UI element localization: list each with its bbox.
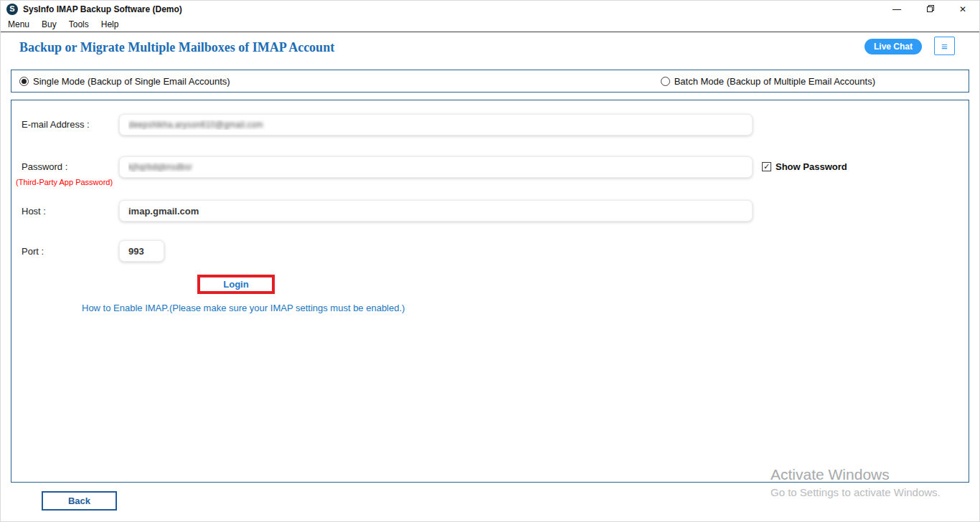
- restore-icon: [927, 6, 933, 12]
- menu-item-help[interactable]: Help: [101, 18, 119, 31]
- batch-mode-label: Batch Mode (Backup of Multiple Email Acc…: [674, 76, 875, 87]
- login-button[interactable]: Login: [197, 275, 275, 294]
- app-logo-icon: S: [6, 4, 18, 15]
- app-window: S SysInfo IMAP Backup Software (Demo) ― …: [0, 0, 980, 522]
- mode-selector: Single Mode (Backup of Single Email Acco…: [11, 70, 969, 92]
- single-mode-label: Single Mode (Backup of Single Email Acco…: [33, 76, 230, 87]
- password-label: Password :: [22, 161, 67, 172]
- menu-item-buy[interactable]: Buy: [42, 18, 57, 31]
- password-note: (Third-Party App Password): [16, 178, 113, 186]
- restore-button[interactable]: [913, 1, 946, 17]
- window-controls: ― ✕: [880, 1, 979, 17]
- back-button[interactable]: Back: [42, 491, 117, 511]
- close-button[interactable]: ✕: [946, 1, 979, 17]
- title-bar: S SysInfo IMAP Backup Software (Demo) ― …: [1, 1, 979, 17]
- page-title: Backup or Migrate Multiple Mailboxes of …: [19, 40, 334, 55]
- hamburger-menu-button[interactable]: ≡: [934, 37, 955, 55]
- show-password-label: Show Password: [776, 161, 847, 172]
- watermark-subtitle: Go to Settings to activate Windows.: [771, 486, 941, 498]
- single-mode-radio[interactable]: [19, 77, 29, 86]
- password-input[interactable]: [119, 156, 753, 178]
- host-label: Host :: [22, 206, 46, 217]
- window-title: SysInfo IMAP Backup Software (Demo): [23, 4, 182, 14]
- login-form-panel: E-mail Address : Password : (Third-Party…: [11, 100, 969, 483]
- menu-item-menu[interactable]: Menu: [8, 18, 29, 31]
- batch-mode-radio[interactable]: [661, 77, 670, 86]
- menu-item-tools[interactable]: Tools: [69, 18, 89, 31]
- show-password-toggle[interactable]: Show Password: [762, 161, 847, 172]
- show-password-checkbox[interactable]: [762, 162, 771, 171]
- single-mode-option[interactable]: Single Mode (Backup of Single Email Acco…: [19, 76, 230, 87]
- live-chat-button[interactable]: Live Chat: [864, 39, 922, 54]
- menu-bar: Menu Buy Tools Help: [1, 17, 979, 32]
- enable-imap-help-link[interactable]: How to Enable IMAP.(Please make sure you…: [82, 303, 405, 313]
- port-label: Port :: [22, 246, 44, 257]
- host-input[interactable]: [119, 200, 753, 222]
- minimize-button[interactable]: ―: [880, 1, 913, 17]
- port-input[interactable]: [119, 240, 164, 262]
- email-label: E-mail Address :: [22, 119, 90, 130]
- batch-mode-option[interactable]: Batch Mode (Backup of Multiple Email Acc…: [661, 76, 875, 87]
- email-input[interactable]: [119, 114, 753, 136]
